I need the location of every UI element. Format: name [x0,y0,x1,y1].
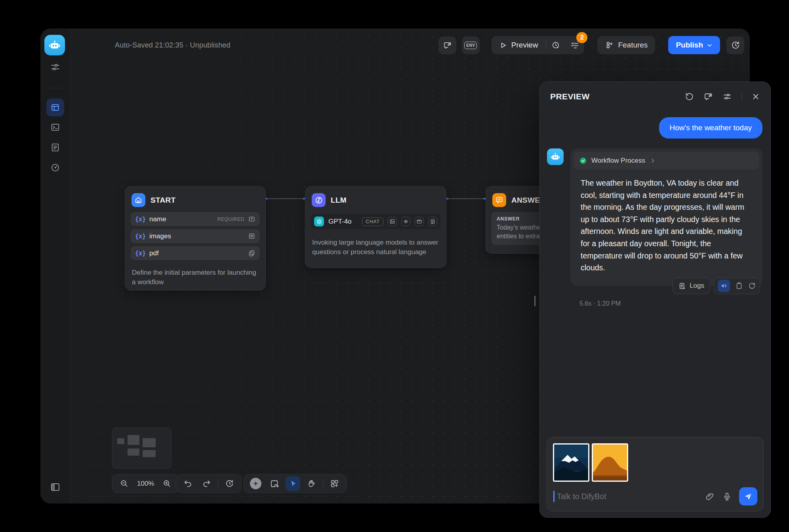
collapse-sidebar-button[interactable] [50,482,61,492]
organize-nodes-button[interactable] [327,476,342,491]
node-start-title: START [151,196,175,205]
env-icon: ENV [464,42,477,49]
node-llm-description: Invoking large language models to answer… [305,233,446,264]
paragraph-icon [248,232,255,240]
field-label: pdf [149,249,159,257]
features-button[interactable]: Features [597,36,655,54]
conversation-settings-button[interactable] [722,92,732,101]
zoom-out-button[interactable] [117,476,132,491]
regenerate-button[interactable] [748,282,756,290]
chat-input[interactable] [557,492,698,501]
text-input-icon [248,215,255,223]
chat-edit-icon [443,41,452,50]
chevron-right-icon [650,158,656,164]
zoom-toolbar: 100% [112,474,179,493]
audio-capability-icon [401,217,410,226]
logs-label: Logs [690,282,704,290]
thumbnail-image-1[interactable] [553,443,589,482]
robot-icon [550,152,560,162]
add-node-button[interactable] [248,476,263,491]
change-history-button[interactable] [222,476,237,491]
success-check-icon [579,157,587,165]
run-group: Preview 2 [492,36,585,54]
model-selector[interactable]: GPT-4o CHAT [311,214,440,229]
start-field-pdf[interactable]: {x} pdf [131,246,260,260]
add-note-button[interactable] [267,476,282,491]
sidebar-item-monitoring[interactable] [46,159,64,177]
pointer-mode-button[interactable] [286,476,300,491]
workflow-settings-button[interactable] [50,62,61,72]
divider [741,92,742,101]
publish-label: Publish [676,41,703,49]
bot-avatar [547,148,564,165]
start-field-images[interactable]: {x} images [131,229,260,243]
logs-icon [678,282,686,290]
publish-button[interactable]: Publish [668,36,720,54]
run-history-button[interactable] [546,36,565,54]
variable-icon: {x} [135,216,146,223]
autosave-status: Auto-Saved 21:02:35 · Unpublished [115,41,231,49]
copy-button[interactable] [735,282,743,290]
message-actions: Logs [673,278,760,294]
user-message-row: How's the weather today [540,111,770,139]
document-capability-icon [428,217,437,226]
send-icon [744,492,753,501]
workflow-process-toggle[interactable]: Workflow Process [574,152,759,169]
field-label: images [149,232,171,240]
panel-resize-handle[interactable] [534,296,536,306]
files-icon [248,249,255,257]
undo-button[interactable] [181,476,195,491]
sidebar-item-orchestrate[interactable] [46,99,64,116]
node-llm[interactable]: LLM GPT-4o CHAT [305,186,446,268]
model-name: GPT-4o [328,218,352,226]
conversation-edit-button[interactable] [703,92,713,101]
plus-circle-icon [250,478,261,489]
send-button[interactable] [739,487,757,505]
annotation-button[interactable] [438,36,456,54]
chat-input-row [553,487,757,506]
variable-icon: {x} [135,250,146,257]
undo-toolbar [176,474,242,493]
sidebar-item-logs[interactable] [46,139,64,156]
features-label: Features [618,41,648,49]
sidebar-item-api[interactable] [46,118,64,136]
app-logo[interactable] [44,35,65,55]
text-caret [553,491,555,502]
thumbnail-image-2[interactable] [592,443,628,482]
version-history-button[interactable] [726,36,744,54]
terminal-icon [50,122,60,132]
user-message-bubble: How's the weather today [659,117,762,139]
answer-body-line2: entities to extract. [497,233,546,239]
preview-run-label: Preview [511,41,538,49]
video-capability-icon [415,217,424,226]
paperclip-icon [705,492,715,502]
play-icon [499,42,507,49]
redo-button[interactable] [199,476,214,491]
home-icon [132,193,145,207]
chat-input-area [547,437,764,511]
openai-icon [314,217,324,226]
divider [218,479,218,488]
bot-message-row: Workflow Process The weather in Boydton,… [540,139,770,286]
field-label: name [149,215,166,223]
workflow-process-label: Workflow Process [591,157,645,165]
env-variables-button[interactable]: ENV [462,36,480,54]
node-start[interactable]: START {x} name REQUIRED {x} images [125,186,266,291]
history-icon [731,40,740,50]
canvas-minimap[interactable] [112,428,172,469]
node-llm-title: LLM [331,196,347,205]
zoom-in-button[interactable] [160,476,174,491]
node-llm-header: LLM [305,186,446,212]
speak-button[interactable] [718,280,730,292]
preview-panel: PREVIEW How's the weather today [539,82,771,518]
hand-mode-button[interactable] [304,476,319,491]
restart-conversation-button[interactable] [684,92,694,101]
preview-run-button[interactable]: Preview [492,41,546,49]
logs-button[interactable]: Logs [673,278,710,294]
preview-title: PREVIEW [550,92,675,101]
close-panel-button[interactable] [751,92,760,101]
attach-file-button[interactable] [705,492,715,502]
voice-input-button[interactable] [722,492,732,502]
start-field-name[interactable]: {x} name REQUIRED [131,212,260,226]
zoom-level[interactable]: 100% [135,480,156,488]
